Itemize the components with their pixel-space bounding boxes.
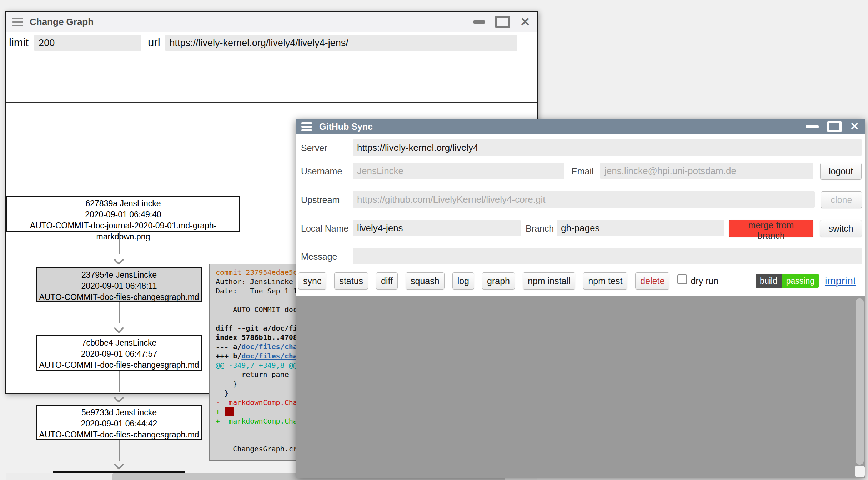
url-input[interactable] (165, 35, 517, 51)
commit-hash-author: 7cb0be4 JensLincke (37, 337, 201, 348)
commit-hash-author: 5e9733d JensLincke (37, 407, 201, 418)
dry-run-checkbox[interactable] (677, 274, 687, 284)
email-label: Email (571, 163, 594, 180)
commit-message: AUTO-COMMIT-doc-journal-2020-09-01.md-gr… (7, 220, 239, 242)
diff-added-block (225, 407, 234, 416)
diff-file-link[interactable]: doc/files/chan (241, 342, 302, 351)
message-input[interactable] (353, 248, 862, 264)
minimize-icon[interactable] (806, 125, 819, 128)
change-graph-titlebar[interactable]: Change Graph ✕ (6, 12, 537, 32)
diff-plus-sign: + (216, 407, 220, 416)
server-row: Server (301, 139, 862, 157)
close-icon[interactable]: ✕ (850, 121, 859, 132)
graph-arrow (119, 302, 120, 323)
message-row: Message (301, 248, 862, 265)
npm-install-button[interactable]: npm install (523, 272, 576, 290)
menu-icon[interactable] (12, 18, 23, 26)
commit-node-237954e-selected[interactable]: 237954e JensLincke 2020-09-01 06:48:11 A… (36, 267, 202, 302)
badge-passing-label: passing (782, 274, 819, 288)
npm-test-button[interactable]: npm test (583, 272, 627, 290)
status-button[interactable]: status (334, 272, 368, 290)
graph-button[interactable]: graph (482, 272, 515, 290)
console-output-area (296, 296, 865, 478)
diff-minus-prefix: --- a/ (216, 342, 241, 351)
scrollbar-corner (855, 466, 865, 477)
github-sync-titlebar[interactable]: GitHub Sync ✕ (296, 119, 865, 134)
username-input[interactable] (353, 163, 564, 179)
graph-arrow (119, 232, 120, 254)
badge-build-label: build (756, 274, 782, 288)
switch-button[interactable]: switch (820, 220, 862, 237)
diff-button[interactable]: diff (376, 272, 398, 290)
commit-message: AUTO-COMMIT-doc-files-changesgraph.md (37, 292, 201, 303)
branch-input[interactable] (557, 220, 724, 236)
server-input[interactable] (353, 139, 862, 156)
commit-hash-author: 237954e JensLincke (37, 269, 201, 281)
commit-date: 2020-09-01 06:49:40 (7, 209, 239, 220)
upstream-row: Upstream clone (301, 191, 862, 208)
graph-arrowhead (114, 323, 124, 333)
graph-arrowhead (114, 460, 124, 470)
upstream-label: Upstream (301, 191, 340, 208)
minimize-icon[interactable] (473, 20, 485, 24)
upstream-input[interactable] (353, 191, 815, 208)
actions-row: sync status diff squash log graph npm in… (298, 272, 718, 290)
diff-plus-prefix: +++ b/ (216, 352, 241, 360)
message-label: Message (301, 248, 337, 265)
commit-date: 2020-09-01 06:47:57 (37, 348, 201, 360)
limit-input[interactable] (34, 35, 141, 51)
local-name-input[interactable] (353, 220, 521, 236)
dry-run-label: dry run (691, 276, 718, 286)
local-name-row: Local Name Branch merge from branch swit… (301, 220, 862, 237)
sync-button[interactable]: sync (298, 272, 326, 290)
url-label: url (148, 36, 160, 49)
window-title: Change Graph (30, 16, 94, 28)
commit-node-5e9733d[interactable]: 5e9733d JensLincke 2020-09-01 06:44:42 A… (36, 405, 202, 440)
query-fields-row: limit url (6, 32, 537, 54)
local-name-label: Local Name (301, 220, 348, 237)
squash-button[interactable]: squash (406, 272, 445, 290)
graph-arrow (119, 371, 120, 392)
server-label: Server (301, 139, 327, 157)
v-scrollbar-thumb[interactable] (856, 298, 864, 465)
graph-arrow (119, 440, 120, 461)
limit-label: limit (9, 36, 29, 49)
logout-button[interactable]: logout (820, 163, 862, 180)
imprint-link[interactable]: imprint (825, 275, 856, 287)
maximize-icon[interactable] (827, 121, 842, 132)
commit-hash-author: 627839a JensLincke (7, 198, 239, 209)
status-cluster: build passing imprint (756, 272, 856, 290)
graph-arrowhead (114, 255, 124, 265)
diff-file-link[interactable]: doc/files/chan (241, 352, 302, 360)
github-sync-window: GitHub Sync ✕ Server Username Email logo… (296, 119, 865, 478)
branch-label: Branch (526, 220, 554, 237)
commit-node-627839a[interactable]: 627839a JensLincke 2020-09-01 06:49:40 A… (6, 196, 240, 232)
window-title: GitHub Sync (319, 122, 373, 132)
maximize-icon[interactable] (495, 16, 510, 28)
window-controls: ✕ (806, 121, 859, 132)
commit-date: 2020-09-01 06:44:42 (37, 418, 201, 429)
username-row: Username Email logout (301, 163, 862, 180)
window-controls: ✕ (473, 16, 531, 28)
commit-date: 2020-09-01 06:48:11 (37, 281, 201, 292)
commit-message: AUTO-COMMIT-doc-files-changesgraph.md (37, 429, 201, 440)
commit-message: AUTO-COMMIT-doc-files-changesgraph.md (37, 360, 201, 371)
close-icon[interactable]: ✕ (520, 16, 531, 28)
delete-button[interactable]: delete (635, 272, 669, 290)
username-label: Username (301, 163, 342, 180)
merge-from-branch-button[interactable]: merge from branch (729, 220, 813, 237)
clone-button[interactable]: clone (821, 191, 862, 208)
build-status-badge: build passing (756, 274, 819, 288)
menu-icon[interactable] (301, 122, 312, 131)
commit-node-7cb0be4[interactable]: 7cb0be4 JensLincke 2020-09-01 06:47:57 A… (36, 335, 202, 371)
email-input[interactable] (600, 163, 813, 179)
graph-arrowhead (114, 393, 124, 403)
log-button[interactable]: log (452, 272, 474, 290)
